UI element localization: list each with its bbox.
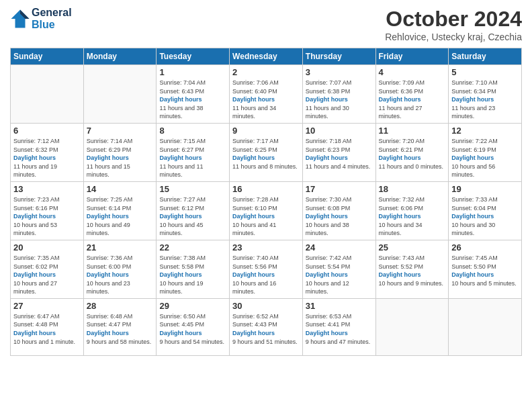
calendar-week-row: 6Sunrise: 7:12 AMSunset: 6:32 PMDaylight… xyxy=(11,123,522,181)
day-info: Sunrise: 7:06 AMSunset: 6:40 PMDaylight … xyxy=(232,79,300,121)
day-number: 16 xyxy=(232,184,300,194)
calendar-day-cell: 12Sunrise: 7:22 AMSunset: 6:19 PMDayligh… xyxy=(449,123,522,181)
day-info: Sunrise: 6:50 AMSunset: 4:45 PMDaylight … xyxy=(159,312,226,346)
day-number: 8 xyxy=(159,126,226,136)
calendar-day-cell xyxy=(449,298,522,355)
daylight-label: Daylight hours xyxy=(451,154,494,161)
day-info: Sunrise: 7:30 AMSunset: 6:08 PMDaylight … xyxy=(306,195,373,238)
calendar-day-cell: 13Sunrise: 7:23 AMSunset: 6:16 PMDayligh… xyxy=(11,181,84,240)
weekday-header-cell: Thursday xyxy=(302,48,375,65)
calendar-day-cell: 3Sunrise: 7:07 AMSunset: 6:38 PMDaylight… xyxy=(302,65,375,124)
daylight-label: Daylight hours xyxy=(232,330,275,336)
page: General Blue October 2024 Rehlovice, Ust… xyxy=(0,0,532,411)
day-info: Sunrise: 7:09 AMSunset: 6:36 PMDaylight … xyxy=(379,79,446,121)
daylight-label: Daylight hours xyxy=(13,154,56,161)
day-number: 7 xyxy=(87,126,154,136)
daylight-label: Daylight hours xyxy=(379,154,421,161)
day-number: 1 xyxy=(159,67,226,77)
weekday-header-cell: Friday xyxy=(375,48,449,65)
daylight-label: Daylight hours xyxy=(159,96,202,103)
daylight-label: Daylight hours xyxy=(159,213,202,220)
calendar-day-cell: 30Sunrise: 6:52 AMSunset: 4:43 PMDayligh… xyxy=(230,298,303,355)
calendar-day-cell: 22Sunrise: 7:38 AMSunset: 5:58 PMDayligh… xyxy=(157,240,230,298)
day-info: Sunrise: 7:35 AMSunset: 6:02 PMDaylight … xyxy=(13,254,81,296)
day-info: Sunrise: 7:12 AMSunset: 6:32 PMDaylight … xyxy=(13,137,81,179)
daylight-label: Daylight hours xyxy=(451,271,494,278)
daylight-label: Daylight hours xyxy=(159,154,202,161)
day-info: Sunrise: 7:04 AMSunset: 6:43 PMDaylight … xyxy=(159,79,226,121)
daylight-label: Daylight hours xyxy=(306,213,348,220)
logo-text-line1: General xyxy=(32,7,72,19)
weekday-header-cell: Tuesday xyxy=(157,48,230,65)
day-info: Sunrise: 7:32 AMSunset: 6:06 PMDaylight … xyxy=(379,195,446,238)
daylight-label: Daylight hours xyxy=(379,96,421,103)
day-number: 25 xyxy=(379,242,446,253)
calendar-day-cell: 2Sunrise: 7:06 AMSunset: 6:40 PMDaylight… xyxy=(230,65,303,124)
day-info: Sunrise: 7:38 AMSunset: 5:58 PMDaylight … xyxy=(159,254,226,296)
day-number: 9 xyxy=(232,126,300,136)
daylight-label: Daylight hours xyxy=(159,271,202,278)
day-info: Sunrise: 6:53 AMSunset: 4:41 PMDaylight … xyxy=(306,312,373,346)
calendar-table: SundayMondayTuesdayWednesdayThursdayFrid… xyxy=(10,48,522,356)
day-number: 29 xyxy=(159,301,226,311)
calendar-day-cell: 8Sunrise: 7:15 AMSunset: 6:27 PMDaylight… xyxy=(157,123,230,181)
calendar-day-cell: 25Sunrise: 7:43 AMSunset: 5:52 PMDayligh… xyxy=(375,240,449,298)
day-info: Sunrise: 6:48 AMSunset: 4:47 PMDaylight … xyxy=(87,312,154,346)
logo: General Blue xyxy=(10,7,72,30)
day-number: 2 xyxy=(232,67,300,77)
daylight-label: Daylight hours xyxy=(13,271,56,278)
day-number: 26 xyxy=(451,242,519,253)
weekday-header-cell: Sunday xyxy=(11,48,84,65)
calendar-day-cell: 9Sunrise: 7:17 AMSunset: 6:25 PMDaylight… xyxy=(230,123,303,181)
calendar-day-cell: 24Sunrise: 7:42 AMSunset: 5:54 PMDayligh… xyxy=(302,240,375,298)
day-number: 12 xyxy=(451,126,519,136)
daylight-label: Daylight hours xyxy=(306,154,348,161)
calendar-day-cell: 1Sunrise: 7:04 AMSunset: 6:43 PMDaylight… xyxy=(157,65,230,124)
day-info: Sunrise: 7:17 AMSunset: 6:25 PMDaylight … xyxy=(232,137,300,171)
day-info: Sunrise: 7:15 AMSunset: 6:27 PMDaylight … xyxy=(159,137,226,179)
daylight-label: Daylight hours xyxy=(87,271,129,278)
day-number: 30 xyxy=(232,301,300,311)
day-number: 27 xyxy=(13,301,81,311)
calendar-day-cell: 26Sunrise: 7:45 AMSunset: 5:50 PMDayligh… xyxy=(449,240,522,298)
calendar-day-cell: 20Sunrise: 7:35 AMSunset: 6:02 PMDayligh… xyxy=(11,240,84,298)
calendar-day-cell: 4Sunrise: 7:09 AMSunset: 6:36 PMDaylight… xyxy=(375,65,449,124)
day-number: 6 xyxy=(13,126,81,136)
daylight-label: Daylight hours xyxy=(379,271,421,278)
day-info: Sunrise: 6:52 AMSunset: 4:43 PMDaylight … xyxy=(232,312,300,346)
calendar-day-cell xyxy=(11,65,84,124)
day-number: 4 xyxy=(379,67,446,77)
day-info: Sunrise: 7:14 AMSunset: 6:29 PMDaylight … xyxy=(87,137,154,179)
calendar-week-row: 20Sunrise: 7:35 AMSunset: 6:02 PMDayligh… xyxy=(11,240,522,298)
calendar-day-cell: 6Sunrise: 7:12 AMSunset: 6:32 PMDaylight… xyxy=(11,123,84,181)
day-info: Sunrise: 7:28 AMSunset: 6:10 PMDaylight … xyxy=(232,195,300,238)
calendar-day-cell: 7Sunrise: 7:14 AMSunset: 6:29 PMDaylight… xyxy=(83,123,157,181)
weekday-header-cell: Saturday xyxy=(449,48,522,65)
calendar-day-cell: 14Sunrise: 7:25 AMSunset: 6:14 PMDayligh… xyxy=(83,181,157,240)
calendar-day-cell: 21Sunrise: 7:36 AMSunset: 6:00 PMDayligh… xyxy=(83,240,157,298)
calendar-week-row: 1Sunrise: 7:04 AMSunset: 6:43 PMDaylight… xyxy=(11,65,522,124)
day-number: 15 xyxy=(159,184,226,194)
daylight-label: Daylight hours xyxy=(306,330,348,336)
day-info: Sunrise: 7:40 AMSunset: 5:56 PMDaylight … xyxy=(232,254,300,296)
weekday-header-row: SundayMondayTuesdayWednesdayThursdayFrid… xyxy=(11,48,522,65)
daylight-label: Daylight hours xyxy=(232,271,275,278)
daylight-label: Daylight hours xyxy=(306,96,348,103)
calendar-day-cell: 29Sunrise: 6:50 AMSunset: 4:45 PMDayligh… xyxy=(157,298,230,355)
calendar-day-cell: 23Sunrise: 7:40 AMSunset: 5:56 PMDayligh… xyxy=(230,240,303,298)
calendar-day-cell: 27Sunrise: 6:47 AMSunset: 4:48 PMDayligh… xyxy=(11,298,84,355)
day-info: Sunrise: 7:43 AMSunset: 5:52 PMDaylight … xyxy=(379,254,446,287)
daylight-label: Daylight hours xyxy=(306,271,348,278)
calendar-day-cell: 28Sunrise: 6:48 AMSunset: 4:47 PMDayligh… xyxy=(83,298,157,355)
calendar-week-row: 13Sunrise: 7:23 AMSunset: 6:16 PMDayligh… xyxy=(11,181,522,240)
calendar-week-row: 27Sunrise: 6:47 AMSunset: 4:48 PMDayligh… xyxy=(11,298,522,355)
calendar-day-cell: 10Sunrise: 7:18 AMSunset: 6:23 PMDayligh… xyxy=(302,123,375,181)
day-info: Sunrise: 7:18 AMSunset: 6:23 PMDaylight … xyxy=(306,137,373,171)
daylight-label: Daylight hours xyxy=(451,213,494,220)
day-number: 23 xyxy=(232,242,300,253)
daylight-label: Daylight hours xyxy=(232,96,275,103)
day-number: 18 xyxy=(379,184,446,194)
daylight-label: Daylight hours xyxy=(159,330,202,336)
day-info: Sunrise: 7:25 AMSunset: 6:14 PMDaylight … xyxy=(87,195,154,238)
day-info: Sunrise: 6:47 AMSunset: 4:48 PMDaylight … xyxy=(13,312,81,346)
